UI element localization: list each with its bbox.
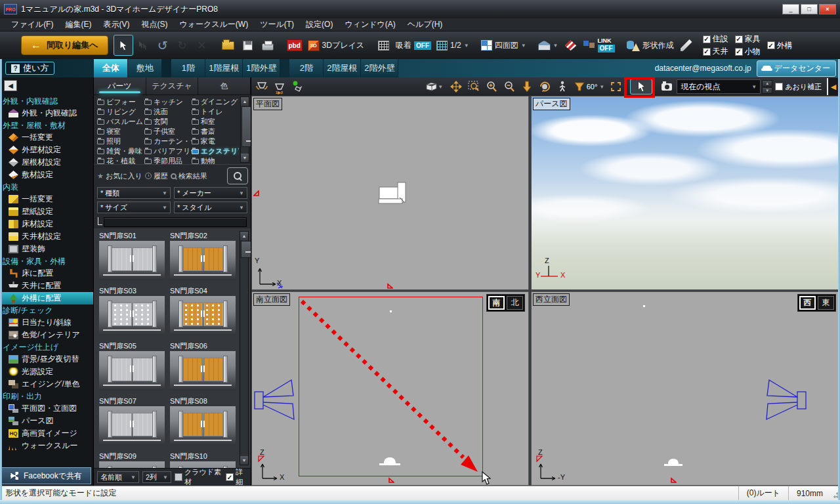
- sidebar-item-print-pers[interactable]: パース図: [0, 415, 93, 427]
- category-seasonal[interactable]: 季節用品: [144, 156, 192, 165]
- category-curtain-rug[interactable]: カーテン・ラグ: [144, 136, 192, 146]
- category-exterior-selected[interactable]: エクステリア: [192, 146, 239, 156]
- spin-up-icon[interactable]: ▲: [762, 80, 772, 87]
- category-senmen[interactable]: 洗面: [144, 107, 192, 117]
- part-item[interactable]: SN門扉S06: [170, 341, 236, 390]
- part-item[interactable]: SN門扉S05: [99, 341, 165, 390]
- toggle-east[interactable]: 東: [818, 296, 834, 310]
- redo-button[interactable]: ↻: [173, 35, 192, 56]
- tab-2f[interactable]: 2階: [289, 59, 324, 77]
- part-item[interactable]: SN門扉S08: [170, 396, 236, 446]
- measure-button[interactable]: [677, 35, 696, 56]
- save-file-button[interactable]: [238, 35, 258, 56]
- zoom-in-button[interactable]: [483, 79, 501, 94]
- category-kitchen[interactable]: キッチン: [144, 97, 192, 107]
- walk-viewpoint-button[interactable]: [554, 79, 572, 94]
- viewpoint-spinner[interactable]: ▲▼: [762, 80, 772, 94]
- link-toggle-button[interactable]: LINK OFF: [581, 35, 618, 56]
- close-button[interactable]: ×: [819, 4, 836, 14]
- sidebar-item-color-vision[interactable]: 色覚/インテリア: [0, 329, 93, 341]
- category-path-box[interactable]: [104, 217, 247, 227]
- category-animals[interactable]: 動物: [192, 156, 239, 165]
- spin-down-icon[interactable]: ▼: [762, 87, 772, 94]
- part-item[interactable]: SN門扉S04: [170, 286, 236, 335]
- pull-viewpoint-button[interactable]: [518, 79, 536, 94]
- viewport-plan[interactable]: 平面図 Y X: [251, 96, 529, 290]
- pbd-button[interactable]: pbd: [284, 35, 305, 56]
- checkbox-jusetsu[interactable]: 住設: [703, 33, 728, 45]
- checkbox-tenjou[interactable]: 天井: [703, 46, 728, 57]
- category-zakka[interactable]: 雑貨・趣味: [97, 146, 144, 156]
- tab-texture[interactable]: テクスチャ: [146, 77, 199, 94]
- zoom-out-button[interactable]: [501, 79, 518, 94]
- part-item[interactable]: SN門扉S01: [99, 231, 165, 280]
- history-button[interactable]: 履歴: [145, 171, 168, 181]
- select-tool-button[interactable]: [114, 35, 133, 56]
- sidebar-item-int-bulk[interactable]: 一括変更: [0, 193, 93, 205]
- help-button[interactable]: ? 使い方: [5, 62, 54, 75]
- menu-window[interactable]: ウィンドウ(A): [339, 18, 401, 31]
- sort-dropdown[interactable]: 名前順▼: [97, 471, 139, 483]
- category-toilet[interactable]: トイレ: [192, 107, 239, 117]
- detail-checkbox[interactable]: 詳細: [226, 467, 247, 486]
- fit-view-button[interactable]: [607, 79, 625, 94]
- sidebar-item-place-ceiling[interactable]: 天井に配置: [0, 280, 93, 292]
- sidebar-item-background[interactable]: 背景/昼夕夜切替: [0, 353, 93, 366]
- category-study[interactable]: 書斎: [192, 127, 239, 136]
- sidebar-item-ext-bulk[interactable]: 一括変更: [0, 131, 93, 144]
- select-mode-button[interactable]: [630, 79, 652, 94]
- category-kids-room[interactable]: 子供室: [144, 127, 192, 136]
- 3d-place-button[interactable]: 3D 3Dプレイス: [305, 35, 367, 56]
- delete-button[interactable]: ✕: [192, 35, 212, 56]
- type-dropdown[interactable]: * 種類▼: [97, 187, 171, 199]
- roof-display-button[interactable]: [561, 35, 581, 56]
- house-display-dropdown[interactable]: ▼: [536, 35, 561, 56]
- menu-viewpoint[interactable]: 視点(S): [135, 18, 173, 31]
- viewport-west-elevation[interactable]: 西立面図 西 東 Z: [531, 291, 840, 486]
- scroll-down-icon[interactable]: ▼: [241, 154, 249, 162]
- parts-scrollbar[interactable]: ▲ ▼: [240, 231, 249, 465]
- snapshot-button[interactable]: [658, 79, 675, 94]
- sidebar-item-ceiling-material[interactable]: 天井材設定: [0, 230, 93, 243]
- sidebar-item-sunlight[interactable]: 日当たり/斜線: [0, 316, 93, 329]
- snap-toggle-button[interactable]: 吸着 OFF: [393, 35, 434, 56]
- four-view-dropdown[interactable]: 四面図 ▼: [478, 35, 529, 56]
- cloud-material-checkbox[interactable]: クラウド素材: [175, 467, 222, 486]
- grid-scale-dropdown[interactable]: 1/2 ▼: [434, 35, 472, 56]
- tab-color[interactable]: 色: [198, 77, 251, 94]
- part-item[interactable]: SN門扉S10: [170, 452, 236, 468]
- toggle-west[interactable]: 西: [799, 296, 816, 310]
- category-genkan[interactable]: 玄関: [144, 117, 192, 127]
- sidebar-item-place-exterior[interactable]: 外構に配置: [0, 292, 93, 304]
- print-button[interactable]: [258, 35, 278, 56]
- menu-tools[interactable]: ツール(T): [254, 18, 300, 31]
- shape-create-button[interactable]: 形状作成: [624, 35, 677, 56]
- panel-collapse-button[interactable]: ◀: [827, 78, 839, 95]
- toggle-north[interactable]: 北: [507, 296, 523, 310]
- scroll-down-icon[interactable]: ▼: [240, 456, 248, 465]
- sidebar-item-floor-material[interactable]: 床材設定: [0, 218, 93, 230]
- columns-dropdown[interactable]: 2列▼: [142, 471, 171, 483]
- part-item[interactable]: SN門扉S03: [99, 286, 165, 335]
- gate-object-plan[interactable]: [378, 182, 411, 204]
- zoom-region-button[interactable]: [465, 79, 483, 94]
- part-item[interactable]: SN門扉S09: [99, 452, 165, 468]
- category-bedroom[interactable]: 寝室: [97, 127, 144, 136]
- checkbox-kagu[interactable]: 家具: [735, 33, 761, 45]
- tab-parts[interactable]: パーツ: [94, 77, 146, 94]
- menu-settings[interactable]: 設定(O): [300, 18, 339, 31]
- category-barrier-free[interactable]: バリアフリー: [144, 146, 192, 156]
- grid-toggle-button[interactable]: [373, 35, 393, 56]
- toggle-south[interactable]: 南: [488, 296, 505, 310]
- undo-button[interactable]: ↺: [153, 35, 173, 56]
- viewpoint-set-button[interactable]: [253, 79, 270, 94]
- sidebar-item-light-source[interactable]: 光源設定: [0, 366, 93, 378]
- style-dropdown[interactable]: * スタイル▼: [174, 201, 247, 213]
- tab-shikichi[interactable]: 敷地: [128, 59, 162, 77]
- viewpoint-preset-dropdown[interactable]: 現在の視点 ▼: [677, 79, 761, 94]
- search-button[interactable]: [227, 167, 248, 184]
- orbit-button[interactable]: [536, 79, 554, 94]
- tab-1f-roof[interactable]: 1階屋根: [205, 59, 243, 77]
- sidebar-item-wall-deco[interactable]: 壁装飾: [0, 243, 93, 255]
- minimize-button[interactable]: _: [782, 4, 799, 14]
